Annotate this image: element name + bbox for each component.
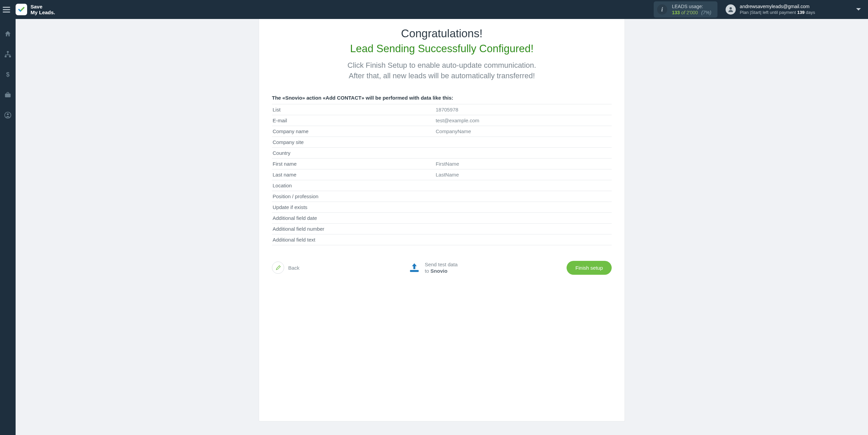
success-heading: Lead Sending Successfully Configured!: [272, 43, 612, 55]
svg-rect-3: [9, 56, 11, 58]
svg-rect-2: [5, 56, 7, 58]
field-key: Location: [272, 180, 435, 191]
field-value: [435, 223, 612, 234]
pencil-icon: [272, 262, 284, 274]
usage-count: 133: [672, 10, 680, 15]
table-row: Additional field number: [272, 223, 612, 234]
topbar: Save My Leads. i LEADS usage: 133 of 2'0…: [0, 0, 868, 19]
briefcase-icon: [4, 91, 12, 99]
field-key: Additional field number: [272, 223, 435, 234]
field-value: [435, 212, 612, 223]
field-value: LastName: [435, 169, 612, 180]
leads-usage-card: i LEADS usage: 133 of 2'000 (7%): [654, 1, 717, 18]
user-circle-icon: [4, 111, 12, 119]
menu-toggle[interactable]: [3, 5, 12, 14]
table-row: Company site: [272, 137, 612, 147]
table-row: First nameFirstName: [272, 158, 612, 169]
field-value: [435, 191, 612, 202]
field-value: 18705978: [435, 104, 612, 115]
field-key: Position / profession: [272, 191, 435, 202]
upload-icon: [409, 263, 420, 273]
svg-rect-8: [410, 270, 419, 272]
checkmark-logo-icon: [18, 6, 25, 13]
table-row: List18705978: [272, 104, 612, 115]
field-key: Last name: [272, 169, 435, 180]
home-icon: [4, 30, 12, 38]
table-row: Position / profession: [272, 191, 612, 202]
congrats-heading: Congratulations!: [272, 27, 612, 40]
action-description: The «Snovio» action «Add CONTACT» will b…: [272, 95, 612, 101]
usage-title: LEADS usage:: [672, 3, 711, 9]
table-row: Location: [272, 180, 612, 191]
field-value: [435, 137, 612, 147]
table-row: Last nameLastName: [272, 169, 612, 180]
back-button[interactable]: Back: [272, 262, 299, 274]
user-email: andrewsavemyleads@gmail.com: [740, 4, 815, 10]
table-row: Update if exists: [272, 202, 612, 212]
setup-card: Congratulations! Lead Sending Successful…: [259, 19, 625, 421]
svg-rect-1: [7, 51, 9, 53]
svg-text:$: $: [6, 71, 9, 78]
field-key: E-mail: [272, 115, 435, 126]
table-row: Company nameCompanyName: [272, 126, 612, 137]
table-row: E-mailtest@example.com: [272, 115, 612, 126]
sidebar-home[interactable]: [0, 28, 16, 39]
field-value: [435, 202, 612, 212]
field-key: First name: [272, 158, 435, 169]
info-icon: i: [657, 4, 667, 15]
sidebar-connections[interactable]: [0, 49, 16, 60]
table-row: Additional field date: [272, 212, 612, 223]
sidebar: $: [0, 19, 16, 435]
brand-name: Save My Leads.: [31, 4, 55, 16]
dollar-icon: $: [4, 71, 12, 78]
sidebar-billing[interactable]: $: [0, 69, 16, 80]
field-key: Country: [272, 147, 435, 158]
chevron-down-icon: [856, 8, 861, 11]
field-value: [435, 180, 612, 191]
user-menu-chevron[interactable]: [856, 6, 861, 13]
user-plan-line: Plan |Start| left until payment 139 days: [740, 10, 815, 15]
table-row: Country: [272, 147, 612, 158]
hierarchy-icon: [4, 50, 12, 58]
svg-point-7: [7, 113, 9, 116]
sidebar-account[interactable]: [0, 110, 16, 121]
field-key: Additional field text: [272, 234, 435, 245]
svg-point-0: [730, 7, 732, 9]
fields-table: List18705978E-mailtest@example.comCompan…: [272, 104, 612, 245]
usage-total: 2'000: [687, 10, 698, 15]
field-key: Additional field date: [272, 212, 435, 223]
field-key: List: [272, 104, 435, 115]
field-value: test@example.com: [435, 115, 612, 126]
table-row: Additional field text: [272, 234, 612, 245]
field-value: [435, 234, 612, 245]
send-test-button[interactable]: Send test data to Snovio: [409, 261, 458, 274]
field-key: Company name: [272, 126, 435, 137]
description: Click Finish Setup to enable auto-update…: [272, 60, 612, 81]
field-value: FirstName: [435, 158, 612, 169]
field-key: Update if exists: [272, 202, 435, 212]
sidebar-briefcase[interactable]: [0, 89, 16, 100]
field-key: Company site: [272, 137, 435, 147]
field-value: CompanyName: [435, 126, 612, 137]
user-menu[interactable]: andrewsavemyleads@gmail.com Plan |Start|…: [726, 4, 815, 15]
app-logo[interactable]: [16, 4, 27, 15]
user-avatar-icon: [726, 4, 736, 15]
main-canvas: Congratulations! Lead Sending Successful…: [16, 19, 868, 435]
usage-percent: (7%): [701, 10, 711, 15]
finish-setup-button[interactable]: Finish setup: [567, 261, 612, 275]
svg-rect-5: [5, 94, 11, 97]
field-value: [435, 147, 612, 158]
footer-actions: Back Send test data to Snovio Finish set…: [272, 261, 612, 275]
